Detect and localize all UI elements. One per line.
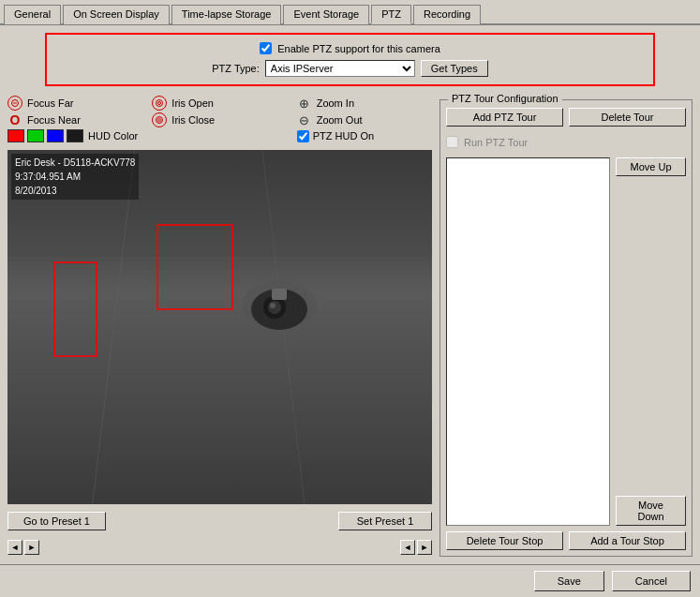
delete-tour-stop-button[interactable]: Delete Tour Stop xyxy=(446,531,563,550)
add-ptz-tour-button[interactable]: Add PTZ Tour xyxy=(446,108,563,127)
run-ptz-label: Run PTZ Tour xyxy=(464,137,528,148)
ptz-enable-label: Enable PTZ support for this camera xyxy=(277,43,440,54)
focus-near-control: O Focus Near xyxy=(7,112,142,127)
ptz-tour-title: PTZ Tour Configuration xyxy=(448,93,562,104)
left-scroll-arrows: ◄ ► xyxy=(7,540,39,555)
iris-open-control: Iris Open xyxy=(152,96,287,111)
tab-bar: General On Screen Display Time-lapse Sto… xyxy=(0,0,700,25)
iris-close-icon[interactable] xyxy=(152,112,167,127)
controls-and-tour: Focus Far Iris Open ⊕ Zoom In O xyxy=(7,92,693,557)
camera-scene: Eric Desk - D5118-ACKV778 9:37:04.951 AM… xyxy=(7,150,432,504)
tour-buttons-row: Add PTZ Tour Delete Tour xyxy=(446,108,686,127)
preset-controls: Go to Preset 1 Set Preset 1 xyxy=(7,508,432,534)
zoom-out-label: Zoom Out xyxy=(317,114,363,126)
hud-colors xyxy=(7,129,83,142)
set-preset-button[interactable]: Set Preset 1 xyxy=(338,512,432,530)
scroll-left2-btn[interactable]: ◄ xyxy=(400,540,415,555)
svg-point-5 xyxy=(157,118,162,123)
focus-far-icon[interactable] xyxy=(7,96,22,111)
ptz-type-select[interactable]: Axis IPServer xyxy=(265,60,415,77)
delete-tour-button[interactable]: Delete Tour xyxy=(569,108,686,127)
tab-ptz[interactable]: PTZ xyxy=(371,5,411,24)
hud-color-control: HUD Color xyxy=(7,129,142,142)
ptz-hud-on-label: PTZ HUD On xyxy=(313,130,374,142)
focus-far-label: Focus Far xyxy=(27,97,74,109)
iris-open-icon[interactable] xyxy=(152,96,167,111)
scroll-left-btn[interactable]: ◄ xyxy=(7,540,22,555)
tour-list-area: Move Up Move Down xyxy=(446,157,686,526)
svg-point-2 xyxy=(156,100,163,107)
color-green[interactable] xyxy=(27,129,44,142)
goto-preset-button[interactable]: Go to Preset 1 xyxy=(7,512,106,530)
tab-recording[interactable]: Recording xyxy=(413,5,481,24)
zoom-in-icon[interactable]: ⊕ xyxy=(297,96,312,111)
icon-controls: Focus Far Iris Open ⊕ Zoom In O xyxy=(7,92,432,146)
ptz-hud-on-checkbox[interactable] xyxy=(297,130,309,142)
ptz-enable-box: Enable PTZ support for this camera PTZ T… xyxy=(45,33,655,86)
ptz-enable-checkbox[interactable] xyxy=(260,42,272,54)
zoom-out-icon[interactable]: ⊖ xyxy=(297,112,312,127)
right-scroll-arrows: ◄ ► xyxy=(400,540,432,555)
scroll-right2-btn[interactable]: ► xyxy=(417,540,432,555)
svg-point-3 xyxy=(158,102,161,105)
ptz-tour-group: PTZ Tour Configuration Add PTZ Tour Dele… xyxy=(439,99,693,557)
tab-timelapse[interactable]: Time-lapse Storage xyxy=(171,5,282,24)
hud-color-label: HUD Color xyxy=(88,130,138,142)
camera-preview: Eric Desk - D5118-ACKV778 9:37:04.951 AM… xyxy=(7,150,432,504)
camera-overlay-info: Eric Desk - D5118-ACKV778 9:37:04.951 AM… xyxy=(11,154,139,200)
ptz-enable-row: Enable PTZ support for this camera xyxy=(260,42,440,54)
move-up-button[interactable]: Move Up xyxy=(616,157,686,176)
run-ptz-checkbox[interactable] xyxy=(446,136,458,148)
camera-time: 9:37:04.951 AM xyxy=(15,170,135,184)
tour-stop-buttons: Delete Tour Stop Add a Tour Stop xyxy=(446,531,686,550)
main-content: Enable PTZ support for this camera PTZ T… xyxy=(0,25,700,564)
right-panel: PTZ Tour Configuration Add PTZ Tour Dele… xyxy=(439,92,693,557)
tour-move-buttons: Move Up Move Down xyxy=(616,157,686,526)
color-blue[interactable] xyxy=(47,129,64,142)
add-tour-stop-button[interactable]: Add a Tour Stop xyxy=(569,531,686,550)
bottom-bar: Save Cancel xyxy=(0,564,700,597)
focus-near-icon[interactable]: O xyxy=(7,112,22,127)
camera-scene-svg xyxy=(7,150,432,504)
tour-list[interactable] xyxy=(446,157,610,526)
camera-title: Eric Desk - D5118-ACKV778 xyxy=(15,156,135,170)
iris-close-control: Iris Close xyxy=(152,112,287,127)
iris-close-label: Iris Close xyxy=(171,114,215,126)
tab-osd[interactable]: On Screen Display xyxy=(63,5,170,24)
left-panel: Focus Far Iris Open ⊕ Zoom In O xyxy=(7,92,432,557)
ptz-hud-on-control: PTZ HUD On xyxy=(297,129,432,142)
focus-near-label: Focus Near xyxy=(27,114,81,126)
color-red[interactable] xyxy=(7,129,24,142)
focus-far-control: Focus Far xyxy=(7,96,142,111)
tab-eventstorage[interactable]: Event Storage xyxy=(283,5,369,24)
ptz-type-row: PTZ Type: Axis IPServer Get Types xyxy=(212,60,487,77)
zoom-in-label: Zoom In xyxy=(317,97,354,109)
get-types-button[interactable]: Get Types xyxy=(421,60,488,77)
set-preset-section: Set Preset 1 xyxy=(338,512,432,530)
save-button[interactable]: Save xyxy=(534,571,604,591)
tab-general[interactable]: General xyxy=(4,5,61,24)
svg-point-14 xyxy=(270,303,276,308)
ptz-type-label: PTZ Type: xyxy=(212,63,260,74)
move-down-button[interactable]: Move Down xyxy=(616,496,686,526)
goto-preset-section: Go to Preset 1 xyxy=(7,512,106,530)
scroll-arrows-row: ◄ ► ◄ ► xyxy=(7,538,432,557)
iris-open-label: Iris Open xyxy=(171,97,214,109)
camera-date: 8/20/2013 xyxy=(15,184,135,198)
zoom-out-control: ⊖ Zoom Out xyxy=(297,112,432,127)
zoom-in-control: ⊕ Zoom In xyxy=(297,96,432,111)
color-black[interactable] xyxy=(67,129,83,142)
run-ptz-row: Run PTZ Tour xyxy=(446,132,686,152)
main-window: General On Screen Display Time-lapse Sto… xyxy=(0,0,700,597)
scroll-right-btn[interactable]: ► xyxy=(24,540,39,555)
svg-rect-15 xyxy=(272,289,287,300)
cancel-button[interactable]: Cancel xyxy=(612,571,691,591)
